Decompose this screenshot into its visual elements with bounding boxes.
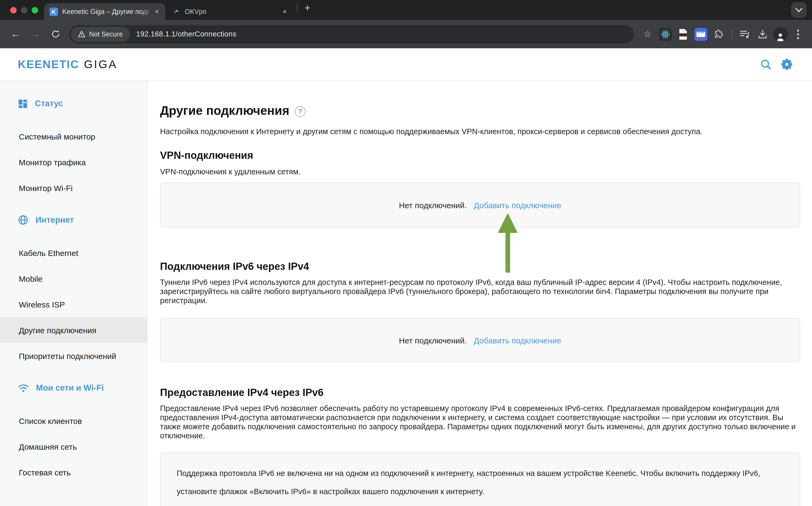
new-tab-button[interactable]: + [301,2,314,14]
sidebar-item-client-list[interactable]: Список клиентов [0,408,147,434]
browser-tab-strip: K Keenetic Giga – Другие подк × OKVpn × … [0,0,812,20]
sidebar-item-other-connections[interactable]: Другие подключения [0,317,147,343]
atom-icon [659,28,672,40]
section-ipv6-over-ipv4: Подключения IPv6 через IPv4 Туннели IPv6… [160,261,800,362]
forward-button[interactable]: → [27,26,44,42]
warning-triangle-icon [78,30,85,37]
header-actions [760,59,793,70]
bookmark-star-icon[interactable]: ☆ [640,26,655,41]
browser-menu-kebab-icon[interactable] [791,26,806,41]
fullscreen-window-button[interactable] [32,7,38,13]
screen: K Keenetic Giga – Другие подк × OKVpn × … [0,0,812,506]
sidebar-item-ethernet[interactable]: Кабель Ethernet [0,240,147,266]
main-content: Другие подключения ? Настройка подключен… [148,81,812,506]
profile-avatar[interactable] [773,26,788,41]
minimize-window-button[interactable] [21,7,27,13]
window-controls [10,7,38,13]
dashboard-icon [18,98,28,109]
tab-keenetic[interactable]: K Keenetic Giga – Другие подк × [44,3,165,20]
security-label: Not Secure [89,30,123,38]
close-tab-icon[interactable]: × [152,7,162,16]
sidebar-section-networks: Мои сети и Wi-Fi Список клиентов Домашня… [0,377,147,485]
sidebar-item-system-monitor[interactable]: Системный монитор [0,123,147,149]
help-icon[interactable]: ? [295,106,306,117]
chevron-down-icon [795,8,802,12]
close-window-button[interactable] [10,7,17,13]
sidebar-section-label: Статус [35,99,63,108]
model-name: GIGA [84,58,117,71]
react-devtools-extension-icon[interactable] [658,26,673,41]
add-connection-link[interactable]: Добавить подключение [474,200,561,209]
ipv6-empty-state-box: Нет подключений. Добавить подключение [160,318,800,362]
wifi-icon [18,384,29,393]
sidebar-section-header-networks[interactable]: Мои сети и Wi-Fi [0,377,147,399]
section-heading: Подключения IPv6 через IPv4 [160,261,800,273]
section-heading: Предоставление IPv4 через IPv6 [160,387,800,399]
section-description: Предоставление IPv4 через IPv6 позволяет… [160,404,800,440]
sidebar-section-header-internet[interactable]: Интернет [0,209,147,231]
url-text: 192.168.1.1/otherConnections [136,30,236,38]
close-tab-icon[interactable]: × [280,7,289,16]
sidebar-item-wifi-monitor[interactable]: Монитор Wi-Fi [0,175,147,201]
sidebar-section-internet: Интернет Кабель Ethernet Mobile Wireless… [0,209,147,369]
ruler-extension-icon[interactable] [693,26,708,41]
gear-icon[interactable] [781,59,793,70]
section-description: Туннели IPv6 через IPv4 используются для… [160,278,800,305]
back-button[interactable]: ← [7,26,24,42]
json-viewer-extension-icon[interactable] [676,26,691,41]
app-header: KEENETIC GIGA [0,48,812,81]
reload-button[interactable] [47,26,63,42]
page-intro: Настройка подключения к Интернету и друг… [160,126,800,137]
empty-state-text: Нет подключений. [399,200,467,209]
extensions-puzzle-icon[interactable] [711,26,726,41]
keenetic-favicon: K [50,7,58,16]
sidebar-item-guest-network[interactable]: Гостевая сеть [0,459,147,485]
add-connection-link[interactable]: Добавить подключение [474,336,561,345]
ipv6-disabled-notice-box: Поддержка протокола IPv6 не включена ни … [160,452,800,506]
tab-search-button[interactable] [791,2,807,18]
toolbar-actions: ☆ [640,26,806,41]
sidebar-item-home-network[interactable]: Домашняя сеть [0,434,147,459]
empty-state-text: Нет подключений. [399,336,467,345]
sidebar-items: Системный монитор Монитор трафика Монито… [0,123,147,201]
search-icon[interactable] [760,59,772,70]
page-title: Другие подключения ? [160,103,800,118]
globe-icon [18,215,28,225]
reload-icon [51,29,60,38]
masked-document-icon [678,28,688,40]
section-description: VPN-подключения к удаленным сетям. [160,167,800,177]
toolbar-divider [731,29,732,39]
sidebar-item-wireless-isp[interactable]: Wireless ISP [0,291,147,317]
sidebar-section-header-status[interactable]: Статус [0,93,147,114]
tab-okvpn[interactable]: OKVpn × [165,3,293,20]
browser-toolbar: ← → Not Secure 192.168.1.1/otherConnecti… [0,20,812,48]
section-vpn-connections: VPN-подключения VPN-подключения к удален… [160,150,800,228]
person-icon [773,27,788,41]
page-title-text: Другие подключения [160,103,289,118]
ruler-icon [694,28,707,40]
address-bar[interactable]: Not Secure 192.168.1.1/otherConnections [69,25,634,43]
section-ipv4-over-ipv6: Предоставление IPv4 через IPv6 Предостав… [160,387,800,506]
section-heading: VPN-подключения [160,150,800,162]
okvpn-favicon [172,7,180,16]
media-playlist-icon[interactable] [737,26,752,41]
sidebar-items: Список клиентов Домашняя сеть Гостевая с… [0,408,147,485]
security-badge[interactable]: Not Secure [71,26,130,41]
tab-title: Keenetic Giga – Другие подк [62,8,152,15]
sidebar-section-label: Мои сети и Wi-Fi [36,383,104,393]
tab-title: OKVpn [185,8,280,15]
notice-text: Поддержка протокола IPv6 не включена ни … [177,469,760,496]
tab-divider [297,3,298,12]
sidebar-section-status: Статус Системный монитор Монитор трафика… [0,93,147,201]
app-body: Статус Системный монитор Монитор трафика… [0,81,812,506]
downloads-icon[interactable] [755,26,770,41]
sidebar-items: Кабель Ethernet Mobile Wireless ISP Друг… [0,240,147,369]
sidebar-item-traffic-monitor[interactable]: Монитор трафика [0,149,147,175]
sidebar-item-connection-priorities[interactable]: Приоритеты подключений [0,343,147,369]
sidebar-item-mobile[interactable]: Mobile [0,266,147,291]
sidebar-section-label: Интернет [35,215,74,225]
vpn-empty-state-box: Нет подключений. Добавить подключение [160,182,800,228]
sidebar: Статус Системный монитор Монитор трафика… [0,81,148,506]
brand-logo[interactable]: KEENETIC [18,58,79,71]
